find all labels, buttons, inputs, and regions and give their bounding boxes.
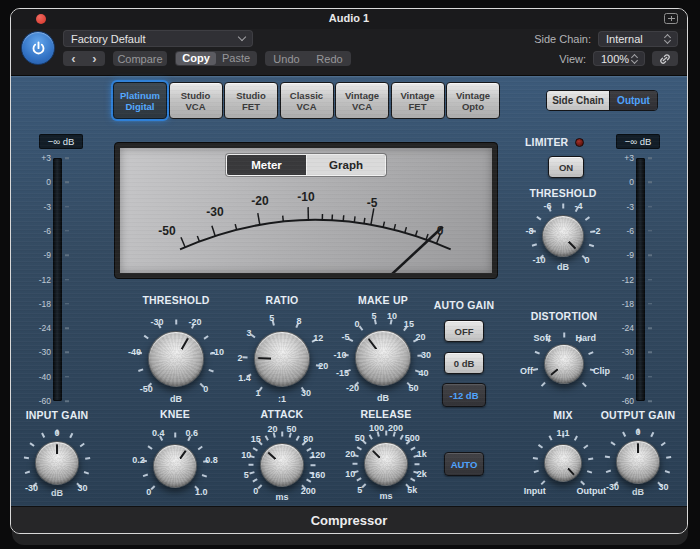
input-level-display: −∞ dB	[39, 134, 83, 149]
undo-button[interactable]: Undo	[265, 53, 308, 65]
vu-needle	[386, 227, 443, 273]
model-button-label: Studio	[236, 90, 266, 101]
input-gain-knob[interactable]: 0-3030dB	[11, 417, 103, 509]
circuit-type-selector: PlatinumDigital StudioVCA StudioFET Clas…	[113, 82, 500, 119]
model-button-label: Studio	[181, 90, 211, 101]
model-button-label: Platinum	[120, 90, 160, 101]
release-knob[interactable]: 51020501002005001k2k5kms	[338, 416, 434, 512]
vu-meter: -50 -30 -20 -10 -5 0 Meter Graph	[114, 142, 498, 279]
side-chain-row: Side Chain: Internal	[534, 31, 678, 47]
paste-button[interactable]: Paste	[216, 52, 256, 65]
next-preset-button[interactable]: ›	[84, 52, 105, 65]
auto-gain-0db-button[interactable]: 0 dB	[444, 352, 484, 374]
model-button-studio-fet[interactable]: StudioFET	[224, 82, 278, 119]
compare-button[interactable]: Compare	[113, 51, 167, 66]
tab-graph[interactable]: Graph	[306, 155, 385, 175]
preset-nav-group: ‹ ›	[63, 51, 105, 66]
model-button-label: VCA	[185, 101, 205, 112]
ratio-knob[interactable]: 11.42358122030:1	[226, 303, 338, 415]
model-button-label: VCA	[296, 101, 316, 112]
view-value: 100%	[601, 53, 632, 65]
tab-side-chain[interactable]: Side Chain	[547, 91, 609, 110]
input-level-meter: +30-3-6-9-12-18-24-30-40-60	[17, 158, 77, 401]
model-button-label: FET	[409, 101, 427, 112]
view-label: View:	[559, 53, 586, 65]
vu-scale-label: -20	[251, 194, 268, 208]
output-gain-knob[interactable]: 0-3030dB	[592, 416, 684, 508]
attack-knob[interactable]: 051015205080120160200ms	[234, 417, 330, 513]
model-button-label: Vintage	[456, 90, 490, 101]
chevron-up-down-icon	[665, 35, 670, 43]
side-chain-value: Internal	[606, 33, 665, 45]
limiter-label: LIMITER	[525, 136, 568, 148]
auto-gain-minus12db-button[interactable]: -12 dB	[442, 383, 486, 407]
model-button-label: Vintage	[345, 90, 379, 101]
view-select[interactable]: 100%	[593, 51, 645, 66]
redo-button[interactable]: Redo	[308, 53, 351, 65]
meter-graph-tabs: Meter Graph	[226, 154, 386, 176]
header-toolbar: ‹ › Compare Copy Paste Undo Redo	[63, 51, 351, 66]
tab-output[interactable]: Output	[609, 91, 657, 110]
copy-paste-group: Copy Paste	[175, 51, 257, 66]
auto-gain-off-button[interactable]: OFF	[444, 320, 484, 342]
auto-gain-label: AUTO GAIN	[434, 299, 495, 311]
prev-preset-button[interactable]: ‹	[63, 52, 84, 65]
preset-select[interactable]: Factory Default	[63, 30, 253, 47]
limiter-row: LIMITER	[525, 136, 584, 148]
vu-scale-label: -30	[206, 205, 223, 219]
preset-value: Factory Default	[71, 33, 239, 45]
titlebar: Audio 1	[11, 9, 687, 29]
zoom-window-icon[interactable]	[664, 13, 678, 24]
plugin-header: Factory Default ‹ › Compare Copy Paste U…	[11, 29, 687, 76]
plugin-window: Audio 1 Factory Default ‹ › Compare Copy…	[10, 8, 688, 534]
limiter-threshold-knob[interactable]: -10-8-6-4-20dB	[518, 191, 608, 281]
model-button-label: Opto	[462, 101, 484, 112]
threshold-knob[interactable]: -50-40-30-20-100dB	[120, 303, 232, 415]
model-button-label: FET	[242, 101, 260, 112]
copy-button[interactable]: Copy	[176, 52, 216, 65]
window-title: Audio 1	[11, 12, 687, 24]
input-meter-bar	[53, 158, 62, 401]
makeup-knob[interactable]: -20-15-10-505101520304050dB	[327, 302, 439, 414]
auto-release-button[interactable]: AUTO	[444, 452, 484, 476]
output-meter-bar	[636, 158, 645, 401]
model-button-label: Digital	[125, 101, 154, 112]
model-button-vintage-opto[interactable]: VintageOpto	[446, 82, 500, 119]
model-button-label: VCA	[352, 101, 372, 112]
distortion-knob[interactable]: OffSoftHardClip	[514, 314, 614, 414]
model-button-classic-vca[interactable]: ClassicVCA	[280, 82, 334, 119]
vu-scale-label: -50	[158, 224, 175, 238]
model-button-label: Classic	[290, 90, 323, 101]
limiter-led-icon	[575, 138, 584, 147]
link-icon	[658, 53, 672, 65]
knee-knob[interactable]: 00.20.40.60.81.0	[127, 418, 223, 514]
chevron-down-icon	[238, 33, 246, 41]
vu-scale-label: -5	[367, 196, 378, 210]
output-level-display: −∞ dB	[616, 134, 660, 149]
model-button-vintage-vca[interactable]: VintageVCA	[335, 82, 389, 119]
model-button-label: Vintage	[400, 90, 434, 101]
limiter-on-button[interactable]: ON	[548, 156, 584, 178]
io-tab-group: Side Chain Output	[546, 90, 658, 111]
vu-scale-label: 0	[437, 224, 444, 238]
vu-meter-face: -50 -30 -20 -10 -5 0 Meter Graph	[120, 148, 492, 273]
link-button[interactable]	[652, 51, 678, 66]
vu-scale-label: -10	[297, 190, 314, 204]
model-button-platinum-digital[interactable]: PlatinumDigital	[113, 82, 167, 119]
compressor-panel: PlatinumDigital StudioVCA StudioFET Clas…	[11, 76, 687, 506]
model-button-studio-vca[interactable]: StudioVCA	[169, 82, 223, 119]
view-row: View: 100%	[559, 51, 678, 66]
plugin-name: Compressor	[11, 506, 687, 534]
model-button-vintage-fet[interactable]: VintageFET	[391, 82, 445, 119]
undo-redo-group: Undo Redo	[265, 51, 351, 66]
tab-meter[interactable]: Meter	[227, 155, 306, 175]
chevron-up-down-icon	[632, 55, 637, 63]
power-icon	[30, 40, 47, 57]
side-chain-select[interactable]: Internal	[598, 31, 678, 47]
side-chain-label: Side Chain:	[534, 33, 591, 45]
power-button[interactable]	[21, 31, 55, 65]
